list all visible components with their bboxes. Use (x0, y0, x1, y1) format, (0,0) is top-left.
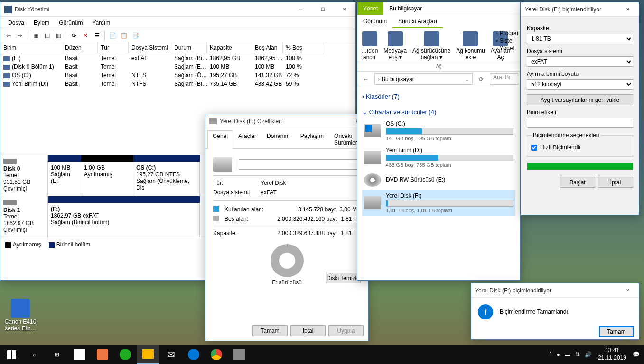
col-type[interactable]: Tür (98, 42, 129, 54)
drive-item[interactable]: OS (C:)141 GB boş, 195 GB toplam (362, 118, 515, 144)
capacity-select[interactable]: 1,81 TB (527, 34, 633, 44)
ribbon-side-button[interactable]: ▫ Prograı (496, 29, 518, 37)
drive-item[interactable]: Yeni Birim (D:)433 GB boş, 735 GB toplam (362, 144, 515, 171)
refresh-icon[interactable]: ⟳ (69, 30, 79, 41)
tb-icon[interactable]: 📄 (107, 30, 118, 41)
apply-button[interactable]: Uygula (328, 325, 364, 336)
tb-icon[interactable]: ◳ (42, 30, 52, 41)
col-capacity[interactable]: Kapasite (207, 42, 252, 54)
tab-paylaşım[interactable]: Paylaşım (295, 130, 329, 148)
volume-row[interactable]: (F:)BasitTemelexFATSağlam (Bi…1862,95 GB… (0, 54, 355, 63)
cancel-button[interactable]: İptal (598, 177, 633, 188)
tb-icon[interactable]: 📋 (119, 30, 129, 41)
tray-wifi-icon[interactable]: ⇅ (573, 351, 582, 358)
ribbon-context-tab[interactable]: Yönet (357, 2, 383, 15)
tray-volume-icon[interactable]: 🔊 (582, 351, 594, 358)
ribbon-button[interactable]: Medyaya eriş ▾ (382, 30, 409, 62)
back-button[interactable]: ← (359, 73, 373, 85)
menu-file[interactable]: Dosya (3, 18, 29, 28)
notifications-icon[interactable]: 💬 (630, 351, 642, 358)
minimize-button[interactable]: ─ (290, 2, 312, 17)
taskbar-app[interactable] (228, 345, 251, 364)
col-fs[interactable]: Dosya Sistemi (129, 42, 171, 54)
tb-icon[interactable]: ▦ (30, 30, 41, 41)
menu-view[interactable]: Görünüm (54, 18, 87, 28)
taskbar-file-explorer[interactable] (137, 345, 159, 364)
ribbon-button[interactable]: Ağ konumu ekle (454, 30, 487, 62)
close-button[interactable]: ✕ (617, 2, 639, 17)
menu-help[interactable]: Yardım (87, 18, 115, 28)
partition[interactable]: (F:)1862,97 GB exFATSağlam (Birincil böl… (48, 203, 200, 237)
ribbon-side-button[interactable]: ▫ Yönet (496, 45, 518, 52)
start-button[interactable]: Başlat (560, 177, 595, 188)
folders-group[interactable]: Klasörler (7) (362, 91, 515, 102)
search-input[interactable]: Ara: Bı (490, 73, 518, 85)
maximize-button[interactable]: ☐ (312, 2, 334, 17)
tb-icon[interactable]: 📑 (130, 30, 140, 41)
drive-item[interactable]: DVD RW Sürücüsü (E:) (362, 171, 515, 190)
task-view-button[interactable]: ⊞ (46, 345, 68, 364)
ok-button[interactable]: Tamam (599, 326, 634, 337)
tab-donanım[interactable]: Donanım (261, 130, 295, 148)
tray-chevron-icon[interactable]: ˄ (547, 351, 554, 358)
partition[interactable]: 1,00 GBAyrılmamış (81, 162, 133, 196)
col-free[interactable]: Boş Alan (252, 42, 283, 54)
ribbon-side-button[interactable]: ▫ Sisteı (496, 37, 518, 45)
filesystem-select[interactable]: exFAT (527, 56, 633, 67)
desktop-shortcut[interactable]: Canon E410 series Ekr… (4, 299, 37, 332)
volume-row[interactable]: OS (C:)BasitTemelNTFSSağlam (Ö…195,27 GB… (0, 71, 355, 80)
quick-format-checkbox[interactable]: Hızlı Biçimlendir (531, 144, 629, 151)
cancel-button[interactable]: İptal (290, 325, 326, 336)
col-status[interactable]: Durum (171, 42, 207, 54)
volume-label-input[interactable] (527, 118, 633, 128)
volume-label-input[interactable] (239, 159, 361, 170)
taskbar-app[interactable] (114, 345, 137, 364)
devices-group[interactable]: Cihazlar ve sürücüler (4) (362, 107, 515, 118)
taskbar-app[interactable] (91, 345, 114, 364)
col-layout[interactable]: Düzen (62, 42, 98, 54)
forward-icon[interactable]: ⇨ (15, 30, 25, 41)
partition[interactable]: 100 MBSağlam (EF (48, 162, 81, 196)
desktop-shortcut-label: Canon E410 series Ekr… (4, 318, 37, 332)
menu-action[interactable]: Eylem (29, 18, 54, 28)
allocation-select[interactable]: 512 kilobayt (527, 79, 633, 90)
close-button[interactable]: ✕ (334, 2, 355, 17)
start-button[interactable] (0, 345, 23, 364)
ribbon-button[interactable]: …ıden andır (359, 30, 380, 62)
volume-row[interactable]: Yeni Birim (D:)BasitTemelNTFSSağlam (Bi…… (0, 80, 355, 88)
col-pct[interactable]: % Boş (283, 42, 323, 54)
volume-list[interactable]: (F:)BasitTemelexFATSağlam (Bi…1862,95 GB… (0, 54, 355, 88)
refresh-button[interactable]: ⟳ (475, 73, 488, 85)
taskbar-clock[interactable]: 13:41 21.11.2019 (594, 347, 630, 362)
properties-icon[interactable]: ☰ (92, 30, 102, 41)
taskbar-app[interactable] (68, 345, 91, 364)
partition[interactable]: OS (C:)195,27 GB NTFSSağlam (Önyükleme, … (133, 162, 200, 196)
taskbar: ⌕ ⊞ ✉ ˄ ● ▬ ⇅ 🔊 13:41 21.11.2019 💬 (0, 345, 644, 364)
ribbon-tab-view[interactable]: Görünüm (357, 15, 392, 28)
disk-cleanup-button[interactable]: Diski Temizle (326, 273, 361, 283)
address-bar[interactable]: › Bu bilgisayar ⌄ (374, 73, 473, 85)
back-icon[interactable]: ⇦ (3, 30, 14, 41)
taskbar-chrome[interactable] (205, 345, 228, 364)
tab-araçlar[interactable]: Araçlar (233, 130, 261, 148)
ok-button[interactable]: Tamam (252, 325, 288, 336)
volume-row[interactable]: (Disk 0 Bölüm 1)BasitTemelSağlam (E…100 … (0, 63, 355, 71)
titlebar[interactable]: Yerel Disk (F:) Özellikleri ✕ (205, 114, 368, 128)
taskbar-mail[interactable]: ✉ (159, 345, 182, 364)
restore-defaults-button[interactable]: Aygıt varsayılanlarını geri yükle (527, 94, 633, 105)
file-explorer-window: Yönet Bu bilgisayar Görünüm Sürücü Araçl… (357, 2, 521, 281)
tab-genel[interactable]: Genel (207, 130, 233, 149)
ribbon-tab-computer[interactable]: Bu bilgisayar (383, 2, 428, 15)
tb-icon[interactable]: ▥ (53, 30, 64, 41)
taskbar-edge[interactable] (182, 345, 205, 364)
col-volume[interactable]: Birim (0, 42, 62, 54)
ribbon-button[interactable]: Ağ sürücüsüne bağlan ▾ (411, 30, 452, 62)
search-button[interactable]: ⌕ (23, 345, 46, 364)
tray-icon[interactable]: ● (554, 351, 562, 358)
delete-icon[interactable]: ✕ (80, 30, 91, 41)
titlebar[interactable]: Disk Yönetimi ─ ☐ ✕ (0, 2, 355, 17)
close-button[interactable]: ✕ (617, 283, 639, 298)
drive-item[interactable]: Yerel Disk (F:)1,81 TB boş, 1,81 TB topl… (362, 190, 515, 216)
ribbon-tab-drive-tools[interactable]: Sürücü Araçları (392, 15, 443, 28)
tray-battery-icon[interactable]: ▬ (562, 351, 573, 358)
